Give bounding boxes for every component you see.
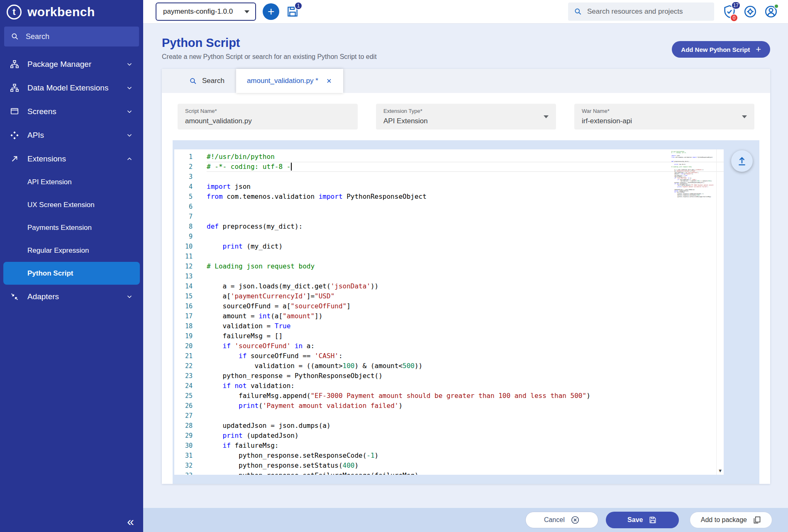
- sidebar-item-adapters[interactable]: Adapters: [0, 285, 143, 308]
- code-line[interactable]: if 'sourceOfFund' in a:: [207, 341, 724, 351]
- code-line[interactable]: [207, 212, 724, 222]
- code-line[interactable]: [207, 271, 724, 281]
- brand-logo-icon: t: [7, 5, 22, 20]
- code-line[interactable]: print (my_dict): [207, 242, 724, 251]
- security-shield-button[interactable]: 17 0: [722, 5, 737, 19]
- code-line[interactable]: import json: [207, 182, 724, 192]
- settings-icon: [743, 5, 757, 19]
- code-line[interactable]: if sourceOfFund == 'CASH':: [207, 351, 724, 361]
- code-editor[interactable]: 1234567891011121314151617181920212223242…: [174, 149, 724, 475]
- extension-type-select[interactable]: Extension Type* API Extension: [376, 104, 556, 129]
- code-line[interactable]: python_response.setResponseCode(-1): [207, 451, 724, 461]
- sidebar-item-package-manager[interactable]: Package Manager: [0, 52, 143, 76]
- code-line[interactable]: [207, 172, 724, 182]
- code-line[interactable]: [207, 411, 724, 421]
- brand: t workbench: [0, 0, 143, 24]
- code-line[interactable]: from com.temenos.validation import Pytho…: [207, 192, 724, 202]
- sidebar-item-screens[interactable]: Screens: [0, 100, 143, 123]
- sidebar-collapse-button[interactable]: «: [127, 515, 134, 528]
- sidebar-item-extensions[interactable]: Extensions: [0, 147, 143, 171]
- code-line[interactable]: [207, 202, 724, 212]
- close-icon[interactable]: [326, 78, 332, 84]
- sub-item-label: Regular Expression: [27, 246, 89, 255]
- code-line[interactable]: def preprocess(my_dict):: [207, 222, 724, 232]
- sidebar-item-api-extension[interactable]: API Extension: [0, 171, 143, 193]
- save-button[interactable]: Save: [606, 512, 679, 528]
- code-line[interactable]: amount = int(a["amount"]): [207, 311, 724, 321]
- sub-item-label: UX Screen Extension: [27, 201, 95, 209]
- sidebar-item-regular-expression[interactable]: Regular Expression: [0, 239, 143, 262]
- settings-button[interactable]: [743, 5, 757, 19]
- minimap[interactable]: #!/usr/bin/python# -*- coding: utf-8 -im…: [671, 151, 714, 201]
- code-line[interactable]: python_response = PythonResponseObject(): [207, 371, 724, 381]
- apis-icon: [10, 131, 19, 140]
- sidebar-item-label: APIs: [27, 131, 44, 140]
- upload-icon: [737, 156, 747, 166]
- sidebar-search-placeholder: Search: [26, 32, 49, 41]
- sidebar-item-label: Data Model Extensions: [27, 83, 108, 93]
- sidebar-item-python-script[interactable]: Python Script: [3, 262, 140, 285]
- data-model-icon: [10, 83, 19, 93]
- action-bar: Cancel Save Add to package: [143, 508, 788, 532]
- code-line[interactable]: #!/usr/bin/python: [207, 152, 724, 162]
- shield-count-badge: 17: [731, 1, 741, 10]
- extension-type-label: Extension Type*: [383, 108, 549, 114]
- code-line[interactable]: print (updatedJson): [207, 431, 724, 441]
- extensions-submenu: API Extension UX Screen Extension Paymen…: [0, 171, 143, 285]
- sidebar-item-ux-screen-extension[interactable]: UX Screen Extension: [0, 193, 143, 216]
- code-line[interactable]: if failureMsg:: [207, 441, 724, 451]
- code-line[interactable]: python_response.setStatus(400): [207, 461, 724, 471]
- code-line[interactable]: failureMsg = []: [207, 331, 724, 341]
- main-area: payments-config-1.0.0 + 1 17 0: [143, 0, 788, 532]
- code-line[interactable]: python_response.setFailureMessage(failur…: [207, 471, 724, 475]
- tab-search-label: Search: [202, 77, 224, 85]
- tab-search[interactable]: Search: [178, 69, 236, 93]
- code-line[interactable]: updatedJson = json.dumps(a): [207, 421, 724, 431]
- script-name-label: Script Name*: [185, 108, 350, 114]
- sidebar-nav: Package Manager Data Model Extensions Sc…: [0, 52, 143, 308]
- line-numbers: 1234567891011121314151617181920212223242…: [174, 152, 201, 475]
- code-area[interactable]: #!/usr/bin/python# -*- coding: utf-8 -im…: [207, 149, 724, 475]
- sidebar-item-data-model-extensions[interactable]: Data Model Extensions: [0, 76, 143, 100]
- upload-script-button[interactable]: [731, 150, 753, 172]
- code-line[interactable]: from com.temenos.validation import Pytho…: [671, 157, 714, 158]
- cancel-button[interactable]: Cancel: [525, 512, 598, 528]
- add-new-python-script-button[interactable]: Add New Python Script +: [672, 41, 770, 58]
- code-line[interactable]: [207, 251, 724, 261]
- save-icon: [649, 516, 657, 524]
- add-to-package-button[interactable]: Add to package: [690, 512, 772, 528]
- project-selector-dropdown[interactable]: payments-config-1.0.0: [156, 2, 256, 21]
- script-name-field[interactable]: Script Name* amount_validation.py: [178, 104, 358, 129]
- sidebar-item-payments-extension[interactable]: Payments Extension: [0, 216, 143, 239]
- code-line[interactable]: # -*- coding: utf-8 -: [207, 162, 724, 172]
- account-button[interactable]: [764, 5, 778, 19]
- code-line[interactable]: python_response.setFailureMessage(failur…: [671, 196, 714, 198]
- scroll-down-arrow-icon[interactable]: ▼: [719, 468, 722, 473]
- plus-icon: +: [756, 45, 761, 54]
- code-line[interactable]: a = json.loads(my_dict.get('jsonData')): [207, 281, 724, 291]
- code-line[interactable]: sourceOfFund = a["sourceOfFund"]: [207, 301, 724, 311]
- tab-amount-validation[interactable]: amount_validation.py *: [236, 69, 343, 93]
- save-all-button[interactable]: 1: [286, 5, 299, 18]
- code-line[interactable]: validation = ((amount>100) & (amount<500…: [207, 361, 724, 371]
- new-project-button[interactable]: +: [263, 3, 279, 20]
- editor-scrollbar[interactable]: ▼: [716, 149, 724, 475]
- screens-icon: [10, 107, 19, 116]
- code-line[interactable]: if not validation:: [207, 381, 724, 391]
- save-label: Save: [627, 516, 643, 524]
- code-line[interactable]: a['paymentCurrencyId']="USD": [207, 291, 724, 301]
- war-name-label: War Name*: [582, 108, 747, 114]
- code-line[interactable]: failureMsg.append("EF-3000 Payment amoun…: [207, 391, 724, 401]
- code-line[interactable]: print('Payment amount validation failed'…: [207, 401, 724, 411]
- global-search-input[interactable]: [587, 7, 708, 16]
- sidebar-item-apis[interactable]: APIs: [0, 123, 143, 147]
- code-line[interactable]: # Loading json request body: [207, 261, 724, 271]
- online-status-dot: [774, 4, 779, 9]
- war-name-select[interactable]: War Name* irf-extension-api: [574, 104, 754, 129]
- sidebar-search-input[interactable]: Search: [4, 27, 139, 46]
- caret-down-icon: [742, 115, 747, 118]
- code-line[interactable]: print('Payment amount validation failed'…: [671, 186, 714, 188]
- code-line[interactable]: validation = True: [207, 321, 724, 331]
- sidebar-item-label: Adapters: [27, 292, 59, 301]
- code-line[interactable]: [207, 232, 724, 242]
